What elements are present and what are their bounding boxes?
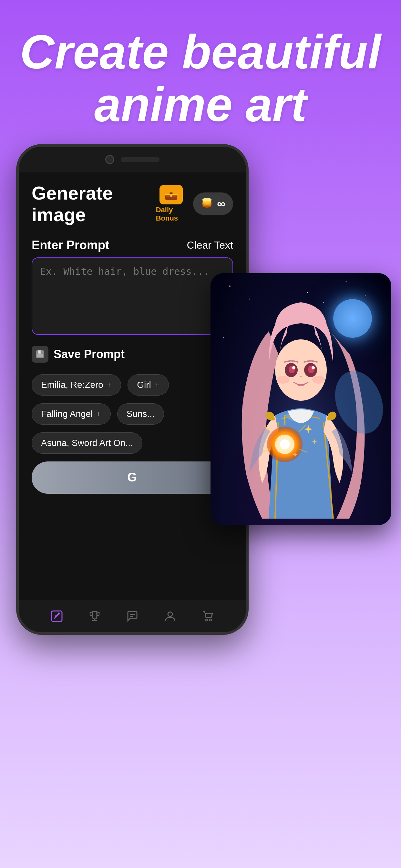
svg-point-47 <box>312 376 325 383</box>
prompt-label: Enter Prompt <box>32 238 110 252</box>
svg-rect-5 <box>169 192 173 194</box>
nav-cart[interactable] <box>199 608 216 624</box>
anime-character <box>211 273 391 525</box>
svg-point-22 <box>168 612 173 616</box>
save-prompt-icon <box>32 346 49 363</box>
prompt-header: Enter Prompt Clear Text <box>32 238 233 252</box>
svg-point-17 <box>58 613 60 615</box>
svg-point-11 <box>203 198 212 201</box>
anime-art-background <box>211 273 391 525</box>
phone-notch <box>19 147 246 173</box>
daily-bonus-icon <box>159 185 183 205</box>
chip-girl[interactable]: Girl + <box>127 374 169 396</box>
chip-plus: + <box>96 409 101 419</box>
app-title: Generate image <box>32 182 156 225</box>
headline: Create beautiful anime art <box>19 26 382 131</box>
chip-falling-angel[interactable]: Falling Angel + <box>32 403 111 425</box>
phone-art <box>211 273 391 525</box>
coins-value: ∞ <box>217 197 225 211</box>
headline-line2: anime art <box>94 78 307 131</box>
daily-bonus-label: Daily Bonus <box>156 206 187 222</box>
svg-point-24 <box>210 619 212 621</box>
chips-row-3: Asuna, Sword Art On... <box>32 432 233 454</box>
nav-trophy[interactable] <box>86 608 103 624</box>
prompt-section: Enter Prompt Clear Text <box>32 238 233 336</box>
nav-profile[interactable] <box>162 608 179 624</box>
svg-point-45 <box>292 366 294 368</box>
chip-label: Asuna, Sword Art On... <box>41 438 133 448</box>
prompt-textarea[interactable] <box>32 257 233 335</box>
phone-speaker <box>121 157 159 162</box>
svg-rect-15 <box>39 351 40 353</box>
phones-container: Generate image <box>0 144 401 822</box>
svg-point-46 <box>277 376 289 383</box>
svg-point-3 <box>170 194 173 197</box>
chip-label: Emilia, Re:Zero <box>41 380 103 390</box>
chip-asuna[interactable]: Asuna, Sword Art On... <box>32 432 143 454</box>
phone-bottom-bar <box>19 600 246 632</box>
chip-label: Girl <box>137 380 151 390</box>
chip-label: Falling Angel <box>41 409 93 419</box>
coins-icon <box>201 197 213 211</box>
phone-camera <box>105 155 114 164</box>
header-right: Daily Bonus <box>156 185 233 222</box>
chip-plus: + <box>154 380 159 390</box>
svg-point-23 <box>206 619 208 621</box>
svg-point-51 <box>280 439 289 449</box>
chip-emilia[interactable]: Emilia, Re:Zero + <box>32 374 121 396</box>
daily-bonus-button[interactable]: Daily Bonus <box>156 185 187 222</box>
chip-suns[interactable]: Suns... <box>117 403 164 425</box>
save-prompt-label: Save Prompt <box>54 347 125 361</box>
app-header: Generate image <box>32 182 233 225</box>
chips-row-2: Falling Angel + Suns... <box>32 403 233 425</box>
generate-label: G <box>127 470 137 485</box>
clear-text-button[interactable]: Clear Text <box>187 239 233 251</box>
coins-button[interactable]: ∞ <box>193 192 233 215</box>
headline-line1: Create beautiful <box>20 25 381 79</box>
headline-container: Create beautiful anime art <box>0 0 401 144</box>
svg-point-38 <box>275 339 327 401</box>
generate-button[interactable]: G <box>32 461 233 494</box>
nav-create[interactable] <box>49 608 65 624</box>
svg-rect-14 <box>37 354 43 358</box>
chip-plus: + <box>106 380 112 390</box>
save-prompt-row[interactable]: Save Prompt <box>32 346 233 363</box>
chips-row-1: Emilia, Re:Zero + Girl + <box>32 374 233 396</box>
chip-label: Suns... <box>127 409 155 419</box>
svg-point-44 <box>312 366 315 369</box>
nav-chat[interactable] <box>124 608 141 624</box>
